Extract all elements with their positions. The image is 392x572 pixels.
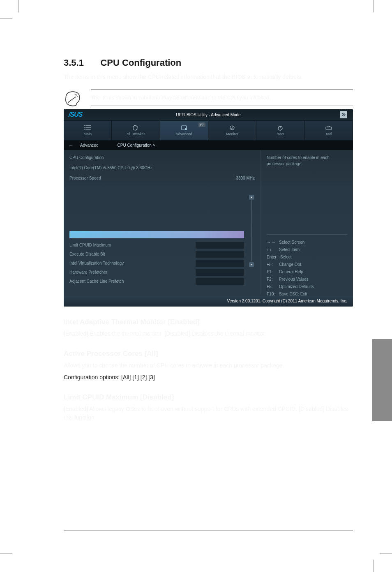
chip-icon <box>179 125 189 131</box>
breadcrumb-root[interactable]: Advanced <box>80 143 98 148</box>
config-options: Configuration options: [All] [1] [2] [3] <box>64 373 353 382</box>
option-row[interactable]: Adjacent Cache Line Prefetch <box>69 277 244 286</box>
tab-main[interactable]: Main <box>64 121 112 140</box>
hotkey-desc: Select Screen <box>279 239 304 246</box>
option-label: Execute Disable Bit <box>69 252 105 256</box>
hotkey-list: →←Select Screen ↑↓Select Item Enter:Sele… <box>267 235 347 305</box>
option-value-box[interactable] <box>196 260 244 267</box>
option-row[interactable]: Hardware Prefetcher <box>69 268 244 277</box>
hotkey-key: F5: <box>267 283 277 291</box>
tab-label: Ai Tweaker <box>127 132 145 136</box>
bios-screenshot: /SUS UEFI BIOS Utility - Advanced Mode M… <box>64 109 353 307</box>
hotkey-key: Enter: <box>267 254 278 261</box>
info-value: 3300 MHz <box>236 176 255 180</box>
scroll-down-icon[interactable]: ▾ <box>249 262 254 267</box>
info-heading: CPU Configuration <box>69 154 255 161</box>
section-heading: 3.5.1 CPU Configuration <box>64 58 353 68</box>
hotkey-desc: Select <box>280 254 292 261</box>
option-value-box[interactable] <box>196 278 244 285</box>
tab-boot[interactable]: Boot <box>256 121 304 140</box>
scroll-up-icon[interactable]: ▴ <box>249 195 254 200</box>
note-icon <box>64 89 82 107</box>
note-box: The items shown in submenu may be differ… <box>64 89 353 107</box>
hotkey-row: ↑↓Select Item <box>267 246 347 254</box>
footer-rule <box>64 530 353 531</box>
option-label: Limit CPUID Maximum <box>69 243 111 247</box>
note-text: The items shown in submenu may be differ… <box>91 89 353 106</box>
bios-header: /SUS UEFI BIOS Utility - Advanced Mode <box>64 109 353 121</box>
info-label: Processor Speed <box>69 176 101 180</box>
bios-version: Version 2.00.1201. Copyright (C) 2011 Am… <box>227 299 347 303</box>
subhead-cpuid: Limit CPUID Maximum [Disabled] <box>64 393 353 401</box>
hotkey-key: →← <box>267 239 277 246</box>
info-label: CPU Configuration <box>69 155 104 160</box>
subhead-active-cores: Active Processor Cores [All] <box>64 350 353 358</box>
hotkey-key: +/-: <box>267 261 277 268</box>
tab-label: Boot <box>277 132 284 136</box>
tab-label: Main <box>83 132 92 136</box>
breadcrumb-path: CPU Configuration > <box>117 143 155 148</box>
option-label: Adjacent Cache Line Prefetch <box>69 279 124 284</box>
asus-logo: /SUS <box>69 111 82 118</box>
section-number: 3.5.1 <box>64 58 99 68</box>
hotkey-row: F5:Optimized Defaults <box>267 283 347 291</box>
option-value-box[interactable] <box>196 242 244 249</box>
hotkey-row: Enter:Select <box>267 254 347 261</box>
svg-point-2 <box>185 128 187 130</box>
cores-desc: Allows you to choose the number of CPU c… <box>64 361 353 370</box>
section-description: The items in this menu show the CPU-rela… <box>64 73 353 81</box>
exit-button[interactable] <box>340 111 347 118</box>
hotkey-desc: General Help <box>279 268 303 276</box>
thermal-desc: [Enabled] Enables the thermal monitor. [… <box>64 330 353 338</box>
selection-highlight[interactable] <box>69 231 244 238</box>
svg-point-0 <box>133 125 137 130</box>
tab-label: Advanced <box>176 132 192 136</box>
option-row[interactable]: Limit CPUID Maximum <box>69 241 244 250</box>
bios-footer: Version 2.00.1201. Copyright (C) 2011 Am… <box>64 296 353 307</box>
info-processor-speed: Processor Speed 3300 MHz <box>69 174 255 182</box>
fan-icon <box>227 125 237 131</box>
tool-icon <box>324 125 334 131</box>
hotkey-key: F2: <box>267 276 277 283</box>
help-text: Number of cores to enable in each proces… <box>267 155 347 235</box>
option-value-box[interactable] <box>196 269 244 276</box>
list-icon <box>83 125 92 131</box>
hotkey-row: F1:General Help <box>267 268 347 276</box>
breadcrumb: ← Advanced CPU Configuration > <box>64 141 353 150</box>
option-row[interactable]: Execute Disable Bit <box>69 250 244 259</box>
option-label: Hardware Prefetcher <box>69 270 107 274</box>
hotkey-desc: Optimized Defaults <box>279 283 314 291</box>
hotkey-row: +/-:Change Opt. <box>267 261 347 268</box>
subhead-thermal: Intel Adaptive Thermal Monitor [Enabled] <box>64 318 353 326</box>
tab-label: Tool <box>325 132 332 136</box>
option-row[interactable]: Intel Virtualization Technology <box>69 259 244 268</box>
hotkey-key: ↑↓ <box>267 246 277 254</box>
info-cpu-name: Intel(R) Core(TM) i5-3550 CPU 0 @ 3.30GH… <box>69 164 255 172</box>
section-title: CPU Configuration <box>100 58 181 68</box>
hotkey-desc: Previous Values <box>279 276 309 283</box>
hotkey-desc: Select Item <box>279 246 300 254</box>
tab-ai-tweaker[interactable]: Ai Tweaker <box>112 121 160 140</box>
tab-tool[interactable]: Tool <box>305 121 353 140</box>
bios-right-panel: Number of cores to enable in each proces… <box>261 150 353 294</box>
bios-title: UEFI BIOS Utility - Advanced Mode <box>176 113 240 117</box>
power-icon <box>275 125 285 131</box>
hotkey-row: →←Select Screen <box>267 239 347 246</box>
svg-rect-5 <box>326 127 332 129</box>
scrollbar[interactable] <box>251 200 252 261</box>
bios-tab-row: Main Ai Tweaker F7 Advanced Monitor <box>64 121 353 141</box>
shortcut-badge: F7 <box>198 122 205 127</box>
hotkey-desc: Change Opt. <box>279 261 302 268</box>
tab-label: Monitor <box>226 132 238 136</box>
option-value-box[interactable] <box>196 251 244 258</box>
cpuid-desc: [Enabled] Allows legacy OSes to boot eve… <box>64 405 353 422</box>
back-icon[interactable]: ← <box>69 142 74 148</box>
hotkey-key: F1: <box>267 268 277 276</box>
tab-monitor[interactable]: Monitor <box>208 121 256 140</box>
option-label: Intel Virtualization Technology <box>69 261 124 265</box>
side-tab <box>372 339 392 421</box>
mouse-icon <box>131 125 141 131</box>
tab-advanced[interactable]: F7 Advanced <box>160 121 208 140</box>
bios-main-area: CPU Configuration Intel(R) Core(TM) i5-3… <box>64 150 353 294</box>
bios-left-panel: CPU Configuration Intel(R) Core(TM) i5-3… <box>64 150 261 294</box>
